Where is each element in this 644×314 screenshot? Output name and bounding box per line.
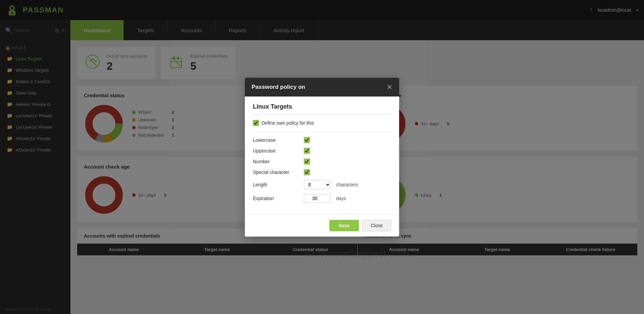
modal-subtitle: Linux Targets	[253, 103, 391, 115]
policy-length-unit: characters	[336, 182, 358, 187]
policy-length-label: Length	[253, 182, 300, 187]
policy-uppercase-row: Uppercase	[253, 148, 391, 154]
modal-title: Password policy on	[252, 84, 305, 90]
modal-overlay[interactable]: Password policy on ✕ Linux Targets Defin…	[0, 0, 644, 314]
policy-uppercase-label: Uppercase	[253, 148, 300, 153]
policy-lowercase-label: Lowercase	[253, 137, 300, 143]
policy-expiration-row: Expiration days	[253, 194, 391, 203]
policy-number-label: Number	[253, 159, 300, 164]
policy-number-row: Number	[253, 159, 391, 165]
policy-length-select[interactable]: 6 7 8 10 12 16	[304, 180, 331, 189]
define-own-policy-checkbox[interactable]	[253, 120, 259, 126]
password-policy-modal: Password policy on ✕ Linux Targets Defin…	[245, 78, 399, 237]
policy-uppercase-checkbox[interactable]	[304, 148, 310, 154]
modal-close-button[interactable]: Close	[362, 220, 391, 231]
modal-header: Password policy on ✕	[245, 78, 399, 97]
policy-expiration-input[interactable]	[304, 194, 331, 203]
policy-expiration-unit: days	[336, 196, 346, 201]
define-own-policy-row: Define own policy for this	[253, 120, 391, 132]
policy-lowercase-checkbox[interactable]	[304, 137, 310, 143]
policy-special-checkbox[interactable]	[304, 169, 310, 175]
policy-special-row: Special character	[253, 169, 391, 175]
policy-lowercase-row: Lowercase	[253, 137, 391, 143]
policy-number-checkbox[interactable]	[304, 159, 310, 165]
modal-save-button[interactable]: Save	[329, 220, 359, 231]
policy-length-row: Length 6 7 8 10 12 16 characters	[253, 180, 391, 189]
define-own-policy-label: Define own policy for this	[262, 120, 314, 126]
policy-expiration-label: Expiration	[253, 196, 300, 201]
policy-special-label: Special character	[253, 170, 300, 175]
modal-close-icon[interactable]: ✕	[387, 83, 392, 91]
modal-body: Linux Targets Define own policy for this…	[245, 97, 399, 214]
modal-footer: Save Close	[245, 214, 399, 237]
